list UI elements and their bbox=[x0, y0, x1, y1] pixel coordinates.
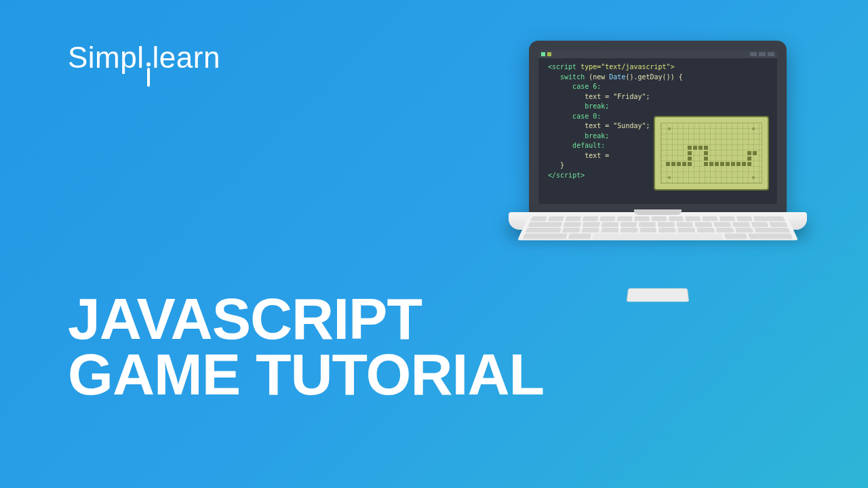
editor-titlebar bbox=[538, 50, 777, 58]
logo-text-2: learn bbox=[153, 41, 220, 75]
laptop-screen: <script type="text/javascript"> switch (… bbox=[538, 50, 777, 204]
logo-separator-icon bbox=[146, 62, 151, 87]
laptop-keyboard bbox=[517, 215, 798, 240]
snake-game-panel bbox=[654, 116, 769, 190]
window-controls-right bbox=[750, 52, 774, 56]
main-title: JAVASCRIPT GAME TUTORIAL bbox=[68, 291, 544, 402]
laptop-trackpad bbox=[627, 288, 690, 302]
brand-logo: Simpl learn bbox=[68, 41, 220, 88]
title-line-1: JAVASCRIPT bbox=[68, 291, 544, 347]
window-controls-left bbox=[541, 52, 551, 56]
logo-text-1: Simpl bbox=[68, 41, 144, 75]
laptop-lid: <script type="text/javascript"> switch (… bbox=[529, 41, 787, 214]
title-line-2: GAME TUTORIAL bbox=[68, 347, 544, 403]
laptop-illustration: <script type="text/javascript"> switch (… bbox=[509, 41, 807, 287]
laptop-base bbox=[509, 212, 807, 287]
snake-game-grid bbox=[660, 123, 762, 184]
